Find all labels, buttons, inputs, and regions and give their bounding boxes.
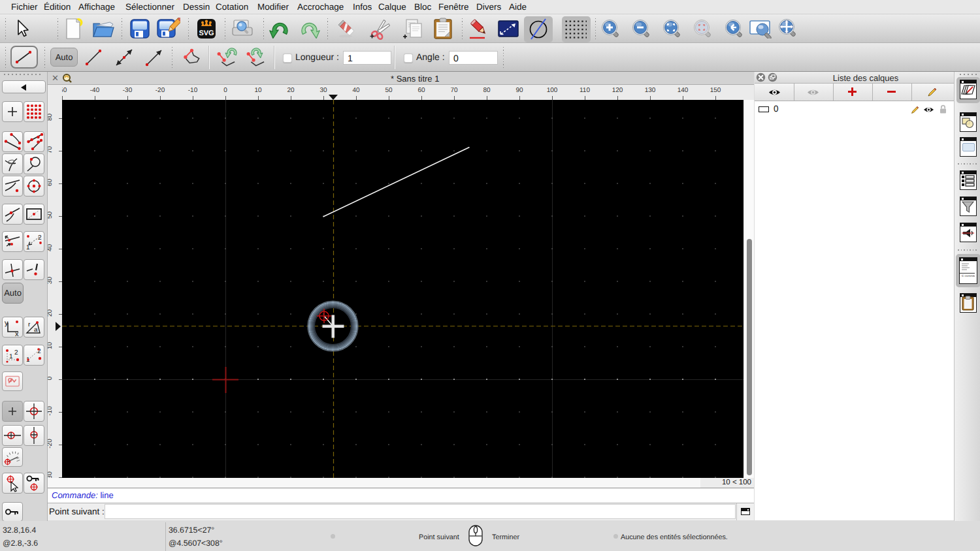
- svg-text:r: r: [28, 321, 31, 328]
- svg-text:x: x: [15, 330, 19, 337]
- svg-text:2: 2: [38, 234, 42, 242]
- svg-text:1: 1: [26, 244, 30, 251]
- svg-text:2: 2: [14, 349, 18, 356]
- svg-text:a: a: [34, 326, 38, 334]
- svg-text:1: 1: [9, 353, 13, 360]
- svg-text:SVG: SVG: [199, 29, 214, 37]
- svg-text:y: y: [5, 319, 8, 327]
- svg-text:C command: C command: [962, 274, 975, 277]
